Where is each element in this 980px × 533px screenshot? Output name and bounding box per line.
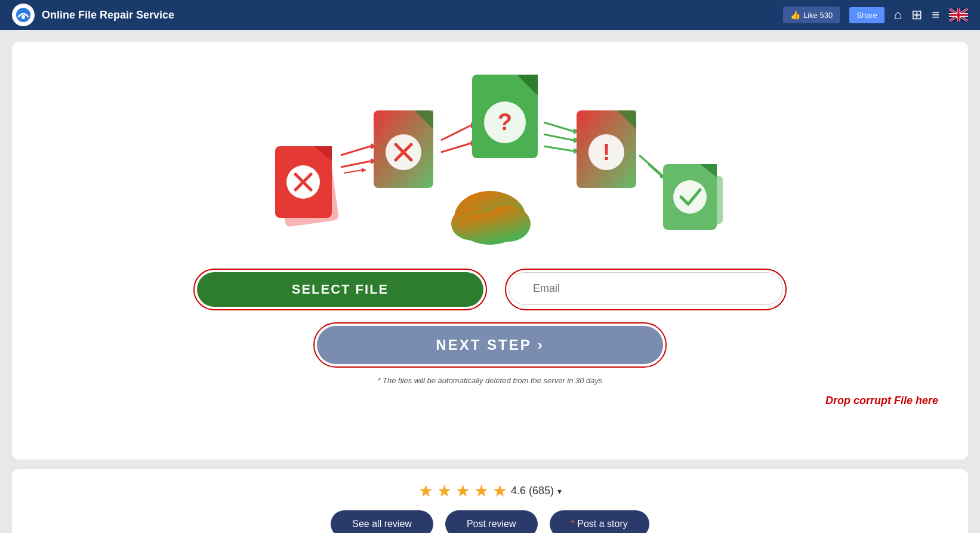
stars-row: ★ ★ ★ ★ ★ 4.6 (685) ▾ bbox=[418, 481, 562, 501]
svg-line-22 bbox=[441, 143, 471, 152]
svg-marker-14 bbox=[362, 168, 366, 172]
next-step-outer: NEXT STEP › bbox=[313, 322, 667, 368]
home-icon[interactable]: ⌂ bbox=[894, 7, 902, 23]
app-header: Online File Repair Service 👍 Like 530 Sh… bbox=[0, 0, 980, 30]
star-1: ★ bbox=[418, 481, 433, 501]
rating-dropdown-icon[interactable]: ▾ bbox=[557, 486, 562, 496]
svg-point-45 bbox=[673, 180, 707, 214]
drop-hint: Drop corrupt File here bbox=[36, 395, 944, 407]
logo-circle bbox=[12, 4, 35, 26]
fb-share-button[interactable]: Share bbox=[849, 7, 885, 23]
svg-line-28 bbox=[544, 122, 574, 131]
header-right: 👍 Like 530 Share ⌂ ⊞ ≡ bbox=[783, 7, 968, 23]
svg-text:?: ? bbox=[498, 109, 512, 135]
next-step-label: NEXT STEP bbox=[436, 337, 531, 353]
email-wrapper bbox=[505, 269, 787, 310]
post-review-button[interactable]: Post review bbox=[445, 510, 538, 533]
svg-line-32 bbox=[544, 146, 574, 151]
post-story-button[interactable]: * Post a story bbox=[550, 510, 649, 533]
star-3: ★ bbox=[455, 481, 470, 501]
main-wrapper: ? ! bbox=[0, 30, 980, 533]
svg-line-9 bbox=[341, 146, 371, 155]
grid-icon[interactable]: ⊞ bbox=[911, 7, 922, 23]
next-step-chevron-icon: › bbox=[538, 337, 544, 353]
next-step-button[interactable]: NEXT STEP › bbox=[317, 326, 663, 364]
language-flag-icon[interactable] bbox=[949, 8, 968, 21]
rating-text: 4.6 (685) bbox=[511, 485, 554, 497]
upload-card: ? ! bbox=[12, 42, 968, 460]
svg-point-49 bbox=[457, 213, 523, 243]
svg-line-20 bbox=[441, 125, 471, 140]
see-all-review-button[interactable]: See all review bbox=[331, 510, 433, 533]
select-file-wrapper: SELECT FILE bbox=[193, 269, 487, 310]
review-buttons: See all review Post review * Post a stor… bbox=[331, 510, 649, 533]
form-area: SELECT FILE bbox=[36, 269, 944, 310]
svg-line-30 bbox=[544, 134, 574, 140]
header-left: Online File Repair Service bbox=[12, 4, 174, 26]
menu-icon[interactable]: ≡ bbox=[932, 7, 939, 23]
email-input[interactable] bbox=[509, 272, 783, 305]
star-4: ★ bbox=[474, 481, 489, 501]
illustration-area: ? ! bbox=[36, 60, 944, 251]
post-story-label: Post a story bbox=[575, 519, 628, 529]
svg-text:!: ! bbox=[603, 140, 611, 165]
svg-line-13 bbox=[344, 170, 362, 173]
star-5: ★ bbox=[492, 481, 507, 501]
select-file-button[interactable]: SELECT FILE bbox=[197, 272, 483, 307]
fb-like-button[interactable]: 👍 Like 530 bbox=[783, 7, 840, 23]
auto-delete-note: * The files will be automatically delete… bbox=[36, 376, 944, 385]
star-2: ★ bbox=[437, 481, 452, 501]
app-title: Online File Repair Service bbox=[42, 9, 174, 21]
review-card: ★ ★ ★ ★ ★ 4.6 (685) ▾ See all review Pos… bbox=[12, 469, 968, 533]
svg-line-11 bbox=[341, 161, 371, 167]
next-step-wrapper: NEXT STEP › bbox=[36, 322, 944, 368]
